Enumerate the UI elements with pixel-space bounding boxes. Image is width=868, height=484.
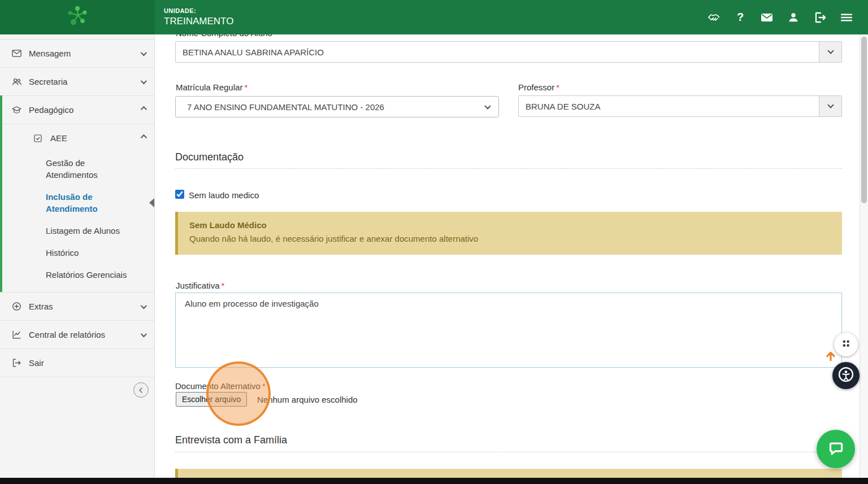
accessibility-person-icon — [837, 366, 854, 385]
sidebar-item-label: Mensagem — [29, 49, 71, 58]
documento-alternativo-label-text: Documento Alternativo — [175, 381, 261, 391]
user-icon[interactable] — [787, 11, 800, 24]
sidebar-item-label: Gestão de Atendimentos — [46, 158, 98, 180]
required-asterisk: * — [556, 82, 559, 92]
sidebar-item-label: Histórico — [46, 248, 79, 258]
users-icon — [11, 76, 22, 87]
help-icon[interactable]: ? — [734, 11, 747, 24]
chevron-down-icon — [827, 102, 834, 108]
select-dropdown-button[interactable] — [819, 42, 841, 62]
chevron-up-icon — [141, 134, 147, 140]
page-scrollbar[interactable] — [860, 34, 868, 484]
unit-label: UNIDADE: — [164, 7, 233, 14]
choose-file-button[interactable]: Escolher arquivo — [176, 392, 247, 407]
professor-select[interactable]: BRUNA DE SOUZA — [518, 95, 842, 117]
chevron-down-icon — [484, 103, 491, 109]
section-title-documentacao: Documentação — [175, 151, 244, 163]
section-divider — [175, 452, 842, 452]
matricula-value: 7 ANO ENSINO FUNDAMENTAL MATUTINO - 2026 — [187, 102, 384, 112]
scroll-to-top-button[interactable] — [824, 349, 837, 363]
sidebar-item-aee[interactable]: AEE — [2, 124, 154, 152]
justificativa-textarea[interactable]: Aluno em processo de investigação — [175, 293, 842, 368]
warning-title: Sem Laudo Médico — [189, 220, 831, 230]
sidebar-item-label: Central de relatórios — [29, 330, 105, 339]
file-status-text: Nenhum arquivo escolhido — [257, 395, 358, 404]
chevron-up-icon — [141, 106, 147, 112]
graduation-cap-icon — [11, 104, 22, 115]
top-header: UNIDADE: TREINAMENTO ? — [0, 0, 868, 34]
student-name-value: BETINA ANALU SABRINA APARÍCIO — [176, 47, 819, 57]
sidebar-item-label: Pedagógico — [29, 105, 73, 115]
select-dropdown-button[interactable] — [819, 96, 841, 116]
unit-block: UNIDADE: TREINAMENTO — [164, 7, 233, 27]
required-asterisk: * — [244, 82, 248, 92]
envelope-icon — [11, 48, 22, 59]
chevron-down-icon — [141, 302, 147, 308]
help-glyph: ? — [737, 11, 744, 24]
professor-label-text: Professor — [518, 82, 554, 92]
professor-value: BRUNA DE SOUZA — [519, 102, 819, 111]
sidebar-item-label: Secretaria — [29, 77, 67, 86]
section-divider — [175, 168, 842, 169]
sidebar-item-extras[interactable]: Extras — [0, 292, 154, 320]
sidebar-item-label: Inclusão de Atendimento — [46, 192, 98, 213]
plus-circle-icon — [11, 301, 22, 312]
sidebar-item-label: Listagem de Alunos — [46, 226, 120, 236]
collapse-sidebar-button[interactable] — [133, 382, 149, 398]
justificativa-label-text: Justificativa — [176, 281, 220, 290]
section-title-entrevista: Entrevista com a Família — [175, 434, 287, 446]
sidebar-item-central-de-relatorios[interactable]: Central de relatórios — [0, 320, 154, 348]
unit-name: TREINAMENTO — [164, 16, 233, 27]
line-chart-icon — [11, 329, 22, 340]
logo-network-icon — [64, 3, 90, 32]
exit-icon — [11, 357, 22, 368]
accessibility-button[interactable] — [832, 362, 860, 389]
sidebar-item-label: Extras — [29, 302, 53, 311]
sidebar-item-pedagogico[interactable]: Pedagógico — [2, 95, 154, 124]
logout-icon[interactable] — [813, 11, 827, 24]
scrollbar-thumb[interactable] — [861, 37, 867, 203]
grid-dots-icon — [840, 338, 852, 351]
sidebar-collapse-row — [0, 377, 154, 398]
sidebar-item-label: AEE — [50, 133, 67, 143]
chat-widget-button[interactable] — [817, 430, 855, 468]
bottom-black-bar — [0, 478, 868, 484]
matricula-label: Matrícula Regular* — [176, 82, 248, 92]
sidebar-item-sair[interactable]: Sair — [0, 348, 154, 377]
sem-laudo-label: Sem laudo medico — [189, 190, 259, 200]
justificativa-label: Justificativa* — [176, 281, 224, 290]
arrow-up-icon — [824, 349, 837, 363]
sidebar-item-gestao-de-atendimentos[interactable]: Gestão de Atendimentos — [2, 152, 154, 186]
main-content: Nome Completo do Aluno BETINA ANALU SABR… — [155, 34, 868, 484]
student-name-label: Nome Completo do Aluno — [176, 34, 272, 38]
chevron-down-icon — [141, 49, 147, 55]
handshake-icon[interactable] — [707, 11, 721, 24]
apps-grid-button[interactable] — [834, 333, 858, 356]
required-asterisk: * — [222, 281, 225, 290]
student-name-select[interactable]: BETINA ANALU SABRINA APARÍCIO — [175, 41, 842, 63]
active-item-marker-icon — [149, 198, 154, 207]
mail-icon[interactable] — [760, 11, 774, 24]
sidebar-item-listagem-de-alunos[interactable]: Listagem de Alunos — [2, 220, 154, 242]
sidebar-item-label: Relatórios Gerenciais — [46, 270, 127, 280]
sidebar-item-relatorios-gerenciais[interactable]: Relatórios Gerenciais — [2, 264, 154, 292]
sidebar-item-historico[interactable]: Histórico — [2, 242, 154, 264]
app-logo[interactable] — [0, 0, 155, 34]
topbar-icons: ? — [707, 11, 868, 24]
chevron-down-icon — [141, 330, 147, 337]
sidebar: Mensagem Secretaria Pedagógico — [0, 34, 155, 484]
menu-icon[interactable] — [840, 11, 853, 24]
required-asterisk: * — [262, 381, 266, 391]
chevron-down-icon — [827, 47, 834, 54]
warning-text: Quando não há laudo, é necessário justif… — [189, 234, 831, 243]
sidebar-item-label: Sair — [29, 358, 44, 368]
sidebar-item-secretaria[interactable]: Secretaria — [0, 67, 154, 95]
sidebar-item-mensagem[interactable]: Mensagem — [0, 39, 154, 67]
sem-laudo-checkbox[interactable] — [175, 190, 184, 199]
sem-laudo-warning-box: Sem Laudo Médico Quando não há laudo, é … — [175, 212, 842, 255]
sidebar-item-inclusao-de-atendimento[interactable]: Inclusão de Atendimento — [2, 186, 154, 220]
chat-bubble-icon — [826, 438, 846, 460]
matricula-select[interactable]: 7 ANO ENSINO FUNDAMENTAL MATUTINO - 2026 — [175, 96, 499, 117]
chevron-down-icon — [141, 77, 147, 84]
professor-label: Professor* — [518, 82, 559, 92]
